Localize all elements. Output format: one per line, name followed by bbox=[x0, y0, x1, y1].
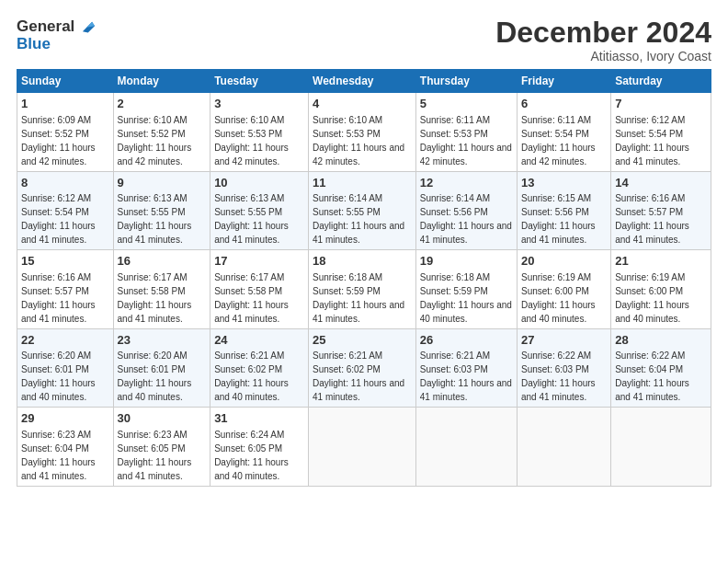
logo: General Blue bbox=[17, 17, 97, 53]
day-number: 14 bbox=[615, 175, 707, 191]
day-info: Sunrise: 6:13 AMSunset: 5:55 PMDaylight:… bbox=[118, 193, 192, 245]
day-number: 13 bbox=[521, 175, 607, 191]
logo-line1: General bbox=[17, 17, 74, 36]
day-info: Sunrise: 6:09 AMSunset: 5:52 PMDaylight:… bbox=[21, 115, 96, 167]
week-row-5: 29 Sunrise: 6:23 AMSunset: 6:04 PMDaylig… bbox=[17, 408, 711, 487]
day-cell-5: 5 Sunrise: 6:11 AMSunset: 5:53 PMDayligh… bbox=[415, 93, 517, 172]
day-number: 29 bbox=[21, 410, 109, 427]
day-info: Sunrise: 6:24 AMSunset: 6:05 PMDaylight:… bbox=[214, 430, 289, 481]
day-cell-29: 29 Sunrise: 6:23 AMSunset: 6:04 PMDaylig… bbox=[17, 408, 114, 487]
header-row: General Blue December 2024 Atitiasso, Iv… bbox=[17, 17, 711, 63]
day-number: 5 bbox=[420, 96, 513, 112]
day-info: Sunrise: 6:21 AMSunset: 6:03 PMDaylight:… bbox=[420, 350, 512, 402]
day-cell-18: 18 Sunrise: 6:18 AMSunset: 5:59 PMDaylig… bbox=[309, 250, 416, 329]
day-number: 31 bbox=[214, 410, 304, 427]
day-number: 27 bbox=[521, 332, 607, 349]
month-title: December 2024 bbox=[495, 17, 711, 49]
day-cell-15: 15 Sunrise: 6:16 AMSunset: 5:57 PMDaylig… bbox=[17, 250, 114, 329]
calendar-table: Sunday Monday Tuesday Wednesday Thursday… bbox=[17, 69, 711, 487]
day-info: Sunrise: 6:15 AMSunset: 5:56 PMDaylight:… bbox=[521, 193, 596, 245]
day-number: 8 bbox=[21, 175, 109, 191]
day-info: Sunrise: 6:18 AMSunset: 5:59 PMDaylight:… bbox=[313, 272, 404, 324]
day-info: Sunrise: 6:10 AMSunset: 5:52 PMDaylight:… bbox=[118, 115, 192, 167]
logo-line2: Blue bbox=[17, 35, 97, 53]
day-cell-7: 7 Sunrise: 6:12 AMSunset: 5:54 PMDayligh… bbox=[611, 93, 711, 172]
day-info: Sunrise: 6:23 AMSunset: 6:05 PMDaylight:… bbox=[118, 430, 192, 481]
day-number: 15 bbox=[21, 253, 109, 270]
day-number: 6 bbox=[521, 96, 607, 112]
day-cell-13: 13 Sunrise: 6:15 AMSunset: 5:56 PMDaylig… bbox=[518, 171, 611, 250]
header-friday: Friday bbox=[518, 70, 611, 93]
day-cell-26: 26 Sunrise: 6:21 AMSunset: 6:03 PMDaylig… bbox=[415, 328, 517, 408]
day-cell-21: 21 Sunrise: 6:19 AMSunset: 6:00 PMDaylig… bbox=[611, 250, 711, 329]
day-info: Sunrise: 6:21 AMSunset: 6:02 PMDaylight:… bbox=[214, 350, 289, 402]
day-number: 11 bbox=[313, 175, 412, 191]
day-cell-27: 27 Sunrise: 6:22 AMSunset: 6:03 PMDaylig… bbox=[518, 328, 611, 408]
day-number: 3 bbox=[214, 96, 304, 112]
day-info: Sunrise: 6:23 AMSunset: 6:04 PMDaylight:… bbox=[21, 430, 96, 481]
day-number: 17 bbox=[214, 253, 304, 270]
header-thursday: Thursday bbox=[415, 70, 517, 93]
header-monday: Monday bbox=[113, 70, 210, 93]
day-cell-1: 1 Sunrise: 6:09 AMSunset: 5:52 PMDayligh… bbox=[17, 93, 114, 172]
day-number: 7 bbox=[615, 96, 707, 112]
day-info: Sunrise: 6:12 AMSunset: 5:54 PMDaylight:… bbox=[615, 115, 689, 167]
day-info: Sunrise: 6:20 AMSunset: 6:01 PMDaylight:… bbox=[118, 350, 192, 402]
day-cell-24: 24 Sunrise: 6:21 AMSunset: 6:02 PMDaylig… bbox=[210, 328, 309, 408]
day-cell-2: 2 Sunrise: 6:10 AMSunset: 5:52 PMDayligh… bbox=[113, 93, 210, 172]
day-cell-22: 22 Sunrise: 6:20 AMSunset: 6:01 PMDaylig… bbox=[17, 328, 114, 408]
day-info: Sunrise: 6:16 AMSunset: 5:57 PMDaylight:… bbox=[21, 272, 96, 324]
day-cell-31: 31 Sunrise: 6:24 AMSunset: 6:05 PMDaylig… bbox=[210, 408, 309, 487]
day-number: 28 bbox=[615, 332, 707, 349]
header-saturday: Saturday bbox=[611, 70, 711, 93]
empty-cell bbox=[518, 408, 611, 487]
day-info: Sunrise: 6:10 AMSunset: 5:53 PMDaylight:… bbox=[313, 115, 404, 167]
day-cell-17: 17 Sunrise: 6:17 AMSunset: 5:58 PMDaylig… bbox=[210, 250, 309, 329]
day-cell-30: 30 Sunrise: 6:23 AMSunset: 6:05 PMDaylig… bbox=[113, 408, 210, 487]
day-number: 12 bbox=[420, 175, 513, 191]
header-tuesday: Tuesday bbox=[210, 70, 309, 93]
day-info: Sunrise: 6:12 AMSunset: 5:54 PMDaylight:… bbox=[21, 193, 96, 245]
header-sunday: Sunday bbox=[17, 70, 114, 93]
day-info: Sunrise: 6:11 AMSunset: 5:53 PMDaylight:… bbox=[420, 115, 512, 167]
day-number: 30 bbox=[118, 410, 207, 427]
day-number: 10 bbox=[214, 175, 304, 191]
day-info: Sunrise: 6:10 AMSunset: 5:53 PMDaylight:… bbox=[214, 115, 289, 167]
week-row-1: 1 Sunrise: 6:09 AMSunset: 5:52 PMDayligh… bbox=[17, 93, 711, 172]
day-cell-8: 8 Sunrise: 6:12 AMSunset: 5:54 PMDayligh… bbox=[17, 171, 114, 250]
week-row-2: 8 Sunrise: 6:12 AMSunset: 5:54 PMDayligh… bbox=[17, 171, 711, 250]
day-number: 21 bbox=[615, 253, 707, 270]
day-number: 18 bbox=[313, 253, 412, 270]
day-number: 9 bbox=[118, 175, 207, 191]
main-container: General Blue December 2024 Atitiasso, Iv… bbox=[0, 0, 728, 496]
day-info: Sunrise: 6:11 AMSunset: 5:54 PMDaylight:… bbox=[521, 115, 596, 167]
day-number: 19 bbox=[420, 253, 513, 270]
day-number: 23 bbox=[118, 332, 207, 349]
day-info: Sunrise: 6:22 AMSunset: 6:04 PMDaylight:… bbox=[615, 350, 689, 402]
day-number: 26 bbox=[420, 332, 513, 349]
day-cell-25: 25 Sunrise: 6:21 AMSunset: 6:02 PMDaylig… bbox=[309, 328, 416, 408]
day-cell-28: 28 Sunrise: 6:22 AMSunset: 6:04 PMDaylig… bbox=[611, 328, 711, 408]
day-cell-14: 14 Sunrise: 6:16 AMSunset: 5:57 PMDaylig… bbox=[611, 171, 711, 250]
day-info: Sunrise: 6:14 AMSunset: 5:56 PMDaylight:… bbox=[420, 193, 512, 245]
day-info: Sunrise: 6:20 AMSunset: 6:01 PMDaylight:… bbox=[21, 350, 96, 402]
day-cell-23: 23 Sunrise: 6:20 AMSunset: 6:01 PMDaylig… bbox=[113, 328, 210, 408]
day-info: Sunrise: 6:13 AMSunset: 5:55 PMDaylight:… bbox=[214, 193, 289, 245]
day-info: Sunrise: 6:16 AMSunset: 5:57 PMDaylight:… bbox=[615, 193, 689, 245]
weekday-header-row: Sunday Monday Tuesday Wednesday Thursday… bbox=[17, 70, 711, 93]
day-cell-19: 19 Sunrise: 6:18 AMSunset: 5:59 PMDaylig… bbox=[415, 250, 517, 329]
day-cell-9: 9 Sunrise: 6:13 AMSunset: 5:55 PMDayligh… bbox=[113, 171, 210, 250]
day-cell-4: 4 Sunrise: 6:10 AMSunset: 5:53 PMDayligh… bbox=[309, 93, 416, 172]
day-cell-12: 12 Sunrise: 6:14 AMSunset: 5:56 PMDaylig… bbox=[415, 171, 517, 250]
day-info: Sunrise: 6:17 AMSunset: 5:58 PMDaylight:… bbox=[214, 272, 289, 324]
day-info: Sunrise: 6:18 AMSunset: 5:59 PMDaylight:… bbox=[420, 272, 512, 324]
day-number: 24 bbox=[214, 332, 304, 349]
day-info: Sunrise: 6:22 AMSunset: 6:03 PMDaylight:… bbox=[521, 350, 596, 402]
day-number: 1 bbox=[21, 96, 109, 112]
day-cell-20: 20 Sunrise: 6:19 AMSunset: 6:00 PMDaylig… bbox=[518, 250, 611, 329]
day-number: 2 bbox=[118, 96, 207, 112]
day-number: 20 bbox=[521, 253, 607, 270]
week-row-3: 15 Sunrise: 6:16 AMSunset: 5:57 PMDaylig… bbox=[17, 250, 711, 329]
day-cell-6: 6 Sunrise: 6:11 AMSunset: 5:54 PMDayligh… bbox=[518, 93, 611, 172]
day-info: Sunrise: 6:21 AMSunset: 6:02 PMDaylight:… bbox=[313, 350, 404, 402]
